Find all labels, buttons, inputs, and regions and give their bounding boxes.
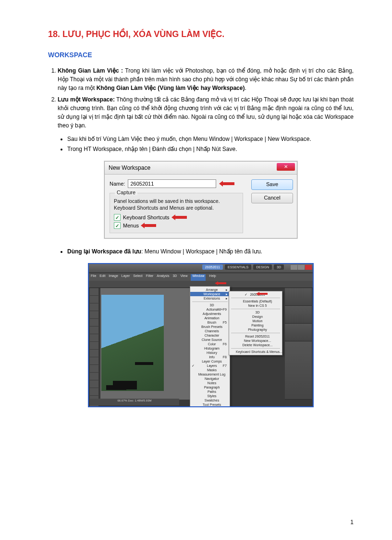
menu-item[interactable]: ColorF6 [190, 342, 230, 346]
list-item: Dùng lại Workspace đã lưu: Menu Window |… [67, 247, 354, 256]
menu-item[interactable]: Tool Presets [190, 402, 230, 407]
dialog-title: New Workspace [109, 164, 150, 171]
document-image [101, 295, 164, 391]
menu-item[interactable]: Layer Comps [190, 359, 230, 364]
menu-item[interactable]: Paragraph [190, 385, 230, 389]
status-bar: 66.67% Doc: 1.48M/5.93M [90, 399, 179, 405]
menu-item[interactable]: View [180, 274, 187, 281]
menu-item[interactable]: Animation [190, 316, 230, 320]
ordered-list: Không Gian Làm Việc : Trong khi làm việc… [58, 66, 354, 130]
menu-item[interactable]: Paths [190, 389, 230, 394]
menu-item[interactable]: InfoF8 [190, 355, 230, 359]
menu-item[interactable]: Window [191, 274, 206, 281]
workspace-submenu[interactable]: 26052011Essentials (Default)New in CS 53… [229, 291, 282, 355]
window-controls[interactable] [291, 265, 312, 270]
menu-item[interactable]: History [190, 351, 230, 355]
menu-item[interactable]: Character [190, 333, 230, 338]
menu-item[interactable]: Notes [190, 381, 230, 385]
menu-item[interactable]: Essentials (Default) [229, 299, 282, 303]
bullet-text: : Menu Window | Workspace | Nhấp tên đã … [141, 248, 262, 255]
keyboard-shortcuts-checkbox[interactable]: ✓ Keyboard Shortcuts [114, 214, 239, 221]
menu-item[interactable]: Photography [229, 327, 282, 332]
dialog-titlebar: New Workspace ✕ [105, 162, 297, 175]
fieldset-description: Panel locations will be saved in this wo… [114, 198, 239, 211]
section-subtitle: WORKSPACE [48, 51, 354, 59]
page-number: 1 [350, 519, 354, 526]
list-item-bold: Không Gian Làm Việc (Vùng làm Việc hay W… [97, 85, 245, 91]
menubar[interactable]: FileEditImageLayerSelectFilterAnalysis3D… [89, 273, 313, 281]
menu-item[interactable]: Adjustments [190, 312, 230, 316]
menu-item[interactable]: Channels [190, 329, 230, 333]
menu-item[interactable]: 3D [172, 274, 177, 281]
checkmark-icon: ✓ [114, 222, 121, 229]
menu-item[interactable]: Workspace▸ [190, 292, 230, 296]
menu-item[interactable]: Brush Presets [190, 325, 230, 329]
menu-item[interactable]: Masks [190, 368, 230, 372]
menu-item[interactable]: Layer [122, 274, 130, 281]
workspace-tabs: 26052011ESSENTIALSDESIGN3D [202, 264, 284, 270]
workspace-tab[interactable]: DESIGN [253, 264, 272, 270]
menu-item[interactable]: Swatches [190, 398, 230, 402]
menu-item[interactable]: Keyboard Shortcuts & Menus... [229, 350, 282, 354]
name-label: Name: [110, 181, 125, 187]
list-item-label: Lưu một Workspace: [58, 96, 115, 103]
list-item: Sau khi bố trí Vùng Làm Việc theo ý muốn… [67, 135, 354, 144]
menu-item[interactable]: Analysis [157, 274, 169, 281]
menu-item[interactable]: Design [229, 314, 282, 319]
bullet-bold: Dùng lại Workspace đã lưu [67, 248, 141, 255]
fieldset-legend: Capture [115, 189, 137, 195]
list-item: Không Gian Làm Việc : Trong khi làm việc… [58, 66, 354, 92]
workspace-tab[interactable]: 3D [274, 264, 284, 270]
menus-checkbox[interactable]: ✓ Menus [114, 222, 239, 229]
panel-dock[interactable] [285, 288, 312, 400]
menu-item[interactable]: File [91, 274, 96, 281]
save-button[interactable]: Save [251, 179, 293, 190]
cancel-button[interactable]: Cancel [251, 193, 293, 203]
menu-item[interactable]: 26052011 [229, 292, 282, 297]
close-button[interactable]: ✕ [277, 163, 295, 171]
menu-item[interactable]: Histogram [190, 346, 230, 351]
menu-item[interactable]: BrushF5 [190, 320, 230, 325]
menu-item[interactable]: Reset 26052011 [229, 334, 282, 339]
bullet-list: Sau khi bố trí Vùng Làm Việc theo ý muốn… [67, 135, 354, 153]
menu-item[interactable]: Motion [229, 319, 282, 323]
menu-item[interactable]: LayersF7 [190, 364, 230, 368]
menu-item[interactable]: New in CS 5 [229, 303, 282, 308]
toolbox[interactable] [90, 288, 98, 407]
menu-item[interactable]: Navigator [190, 377, 230, 381]
menu-item[interactable]: Extensions▸ [190, 296, 230, 301]
list-item: Trong HT Workspace, nhập tên | Đánh dấu … [67, 145, 354, 154]
page-title: 18. LƯU, PHỤC HỒI, XÓA VÙNG LÀM VIỆC. [48, 29, 354, 39]
menu-item[interactable]: 3D [190, 303, 230, 307]
arrow-icon [144, 223, 161, 228]
new-workspace-dialog: New Workspace ✕ Save Cancel Name: 260520… [104, 161, 297, 239]
menu-item[interactable]: Clone Source [190, 338, 230, 342]
name-input[interactable]: 26052011 [128, 179, 216, 188]
menu-item[interactable]: Select [133, 274, 142, 281]
arrow-icon [256, 292, 269, 296]
list-item: Lưu một Workspace: Thông thường tất cả c… [58, 95, 354, 130]
arrow-icon [222, 181, 239, 187]
menu-item[interactable]: Measurement Log [190, 372, 230, 377]
workspace-tab[interactable]: 26052011 [202, 264, 223, 270]
checkbox-label: Keyboard Shortcuts [123, 214, 170, 220]
menu-item[interactable]: Image [109, 274, 118, 281]
menu-item[interactable]: Filter [146, 274, 154, 281]
workspace-tab[interactable]: ESSENTIALS [225, 264, 251, 270]
menu-item[interactable]: 3D [229, 310, 282, 314]
menu-item[interactable]: Help [209, 274, 216, 281]
menu-item[interactable]: Edit [99, 274, 105, 281]
menu-item[interactable]: Arrange▸ [190, 288, 230, 292]
canvas-area [100, 288, 196, 400]
list-item-tail: . [245, 85, 246, 91]
menu-item[interactable]: Styles [190, 394, 230, 398]
bullet-list: Dùng lại Workspace đã lưu: Menu Window |… [67, 247, 354, 256]
menu-item[interactable]: ActionsAlt+F9 [190, 307, 230, 312]
menu-item[interactable]: Delete Workspace... [229, 343, 282, 347]
menu-item[interactable]: New Workspace... [229, 339, 282, 343]
window-menu-dropdown[interactable]: Arrange▸Workspace▸Extensions▸3DActionsAl… [190, 286, 230, 407]
list-item-label: Không Gian Làm Việc : [58, 67, 123, 74]
app-titlebar: 26052011ESSENTIALSDESIGN3D [89, 264, 313, 273]
arrow-icon [174, 214, 192, 220]
menu-item[interactable]: Painting [229, 323, 282, 327]
